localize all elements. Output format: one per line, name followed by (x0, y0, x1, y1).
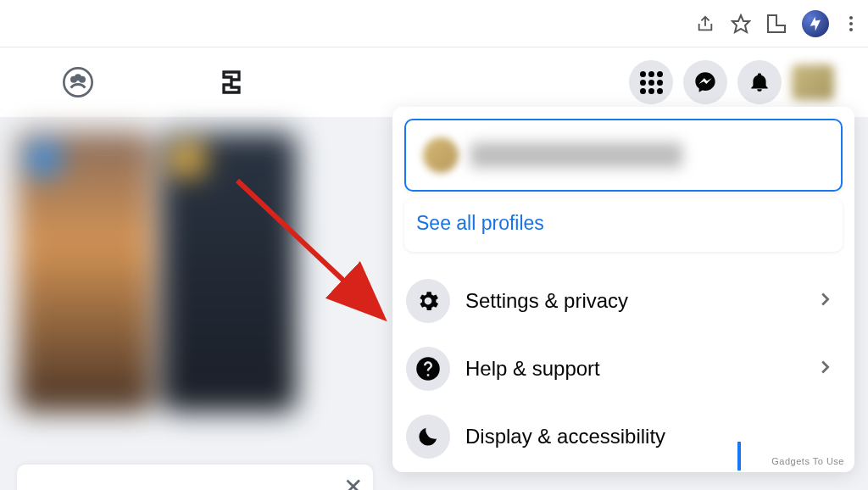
story-card[interactable] (17, 132, 153, 412)
account-dropdown: See all profiles Settings & privacy Help… (392, 107, 854, 472)
messenger-icon (693, 70, 717, 94)
extensions-icon[interactable] (766, 14, 787, 34)
share-icon[interactable] (695, 14, 715, 34)
menu-item-help-support[interactable]: Help & support (404, 335, 843, 403)
messenger-button[interactable] (683, 60, 727, 104)
menu-label: Settings & privacy (465, 289, 800, 313)
text-cursor (737, 442, 741, 471)
svg-marker-0 (732, 15, 749, 32)
chevron-right-icon (815, 290, 841, 312)
notifications-button[interactable] (737, 60, 782, 104)
menu-label: Display & accessibility (465, 425, 841, 448)
menu-grid-icon (640, 71, 663, 94)
question-icon (406, 347, 450, 391)
profile-avatar-blurred (423, 137, 459, 173)
profile-name-blurred (470, 142, 682, 168)
main-content: See all profiles Settings & privacy Help… (0, 117, 868, 490)
gear-icon (406, 279, 450, 323)
menu-label: Help & support (465, 357, 800, 381)
story-card[interactable] (161, 132, 297, 412)
profile-card[interactable] (404, 119, 843, 192)
chevron-right-icon (815, 358, 841, 380)
gaming-tab[interactable] (215, 64, 253, 101)
menu-button[interactable] (629, 60, 673, 104)
browser-profile-avatar[interactable] (802, 10, 829, 37)
close-icon[interactable]: ✕ (343, 473, 363, 490)
bell-icon (748, 71, 771, 93)
svg-point-4 (75, 75, 80, 80)
stories-row (17, 132, 297, 412)
star-icon[interactable] (731, 14, 751, 34)
compose-card: ✕ (17, 465, 373, 490)
svg-point-1 (64, 68, 92, 96)
account-avatar-blurred[interactable] (792, 64, 834, 100)
moon-icon (406, 415, 450, 459)
menu-item-settings-privacy[interactable]: Settings & privacy (404, 267, 843, 335)
see-all-profiles-link[interactable]: See all profiles (411, 200, 836, 250)
kebab-menu-icon[interactable] (844, 16, 858, 31)
watermark: Gadgets To Use (771, 456, 844, 466)
groups-tab[interactable] (59, 64, 97, 101)
menu-item-display-accessibility[interactable]: Display & accessibility (404, 403, 843, 460)
browser-toolbar (0, 0, 868, 47)
